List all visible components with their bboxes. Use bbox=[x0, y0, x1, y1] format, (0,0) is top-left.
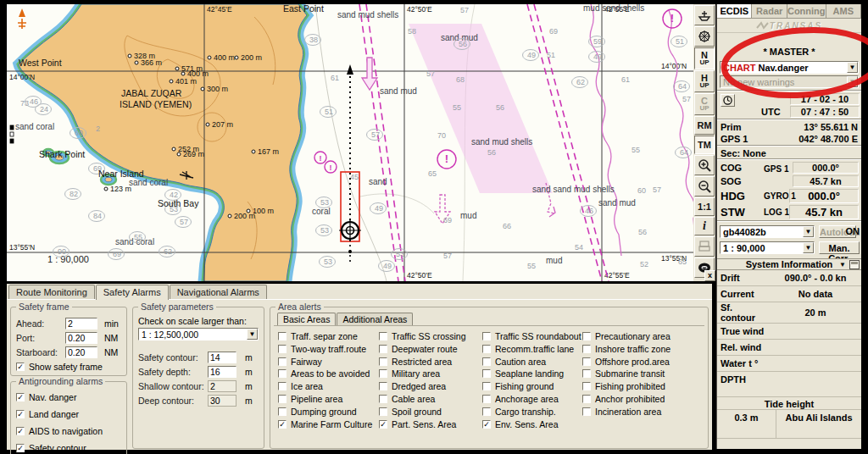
chevron-down-icon[interactable]: ▼ bbox=[847, 76, 858, 87]
checkbox[interactable] bbox=[582, 369, 591, 378]
area-alert-checkbox[interactable]: Traffic SS roundabout bbox=[482, 331, 581, 341]
field-input[interactable] bbox=[208, 395, 236, 407]
checkbox[interactable] bbox=[379, 407, 387, 416]
checkbox[interactable] bbox=[379, 332, 387, 340]
show-safety-frame-checkbox[interactable]: ✓Show safety frame bbox=[16, 362, 103, 372]
field-input[interactable] bbox=[208, 352, 236, 363]
area-alert-checkbox[interactable]: Recomm.traffic lane bbox=[482, 344, 574, 354]
tab-navigational-alarms[interactable]: Navigational Alarms bbox=[170, 285, 267, 299]
field-input[interactable] bbox=[208, 380, 236, 392]
area-alert-checkbox[interactable]: Dumping ground bbox=[278, 407, 357, 417]
checkbox[interactable] bbox=[582, 345, 591, 353]
head-up-button[interactable]: HUP bbox=[694, 70, 715, 92]
checkbox[interactable] bbox=[278, 369, 287, 378]
area-alert-checkbox[interactable]: ✓Marine Farm Culture bbox=[278, 419, 372, 429]
checkbox[interactable] bbox=[278, 407, 287, 416]
checkbox[interactable] bbox=[582, 395, 591, 403]
area-alert-checkbox[interactable]: Traffic SS crossing bbox=[379, 331, 466, 341]
area-alert-checkbox[interactable]: Seaplane landing bbox=[482, 368, 564, 379]
zoom-out-button[interactable] bbox=[694, 176, 715, 197]
tab-basic-areas[interactable]: Basic Areas bbox=[277, 313, 336, 325]
checkbox[interactable] bbox=[482, 357, 491, 366]
checkbox[interactable] bbox=[482, 369, 491, 378]
chevron-down-icon[interactable]: ▼ bbox=[839, 261, 846, 269]
warnings-select[interactable]: No new warnings ▼ bbox=[720, 75, 859, 88]
area-alert-checkbox[interactable]: Fishing ground bbox=[482, 381, 554, 391]
print-icon[interactable] bbox=[694, 236, 715, 257]
checkbox[interactable] bbox=[379, 345, 387, 353]
wheel-icon[interactable] bbox=[694, 26, 715, 47]
checkbox[interactable] bbox=[278, 332, 287, 340]
area-alert-checkbox[interactable]: Offshore prod.area bbox=[582, 357, 670, 367]
chevron-down-icon[interactable]: ▼ bbox=[803, 242, 814, 253]
checkbox[interactable]: ✓ bbox=[16, 410, 25, 418]
area-alert-checkbox[interactable]: Pipeline area bbox=[278, 394, 342, 404]
checkbox[interactable]: ✓ bbox=[16, 393, 25, 401]
area-alert-checkbox[interactable]: Precautionary area bbox=[582, 331, 670, 341]
checkbox[interactable] bbox=[379, 357, 387, 366]
tab-ams[interactable]: AMS bbox=[826, 4, 861, 18]
area-alert-checkbox[interactable]: Fishing prohibited bbox=[582, 381, 665, 391]
checkbox[interactable]: ✓ bbox=[16, 427, 25, 435]
info-button[interactable]: i bbox=[694, 217, 715, 235]
checkbox[interactable] bbox=[582, 357, 591, 366]
area-alert-checkbox[interactable]: Inshore traffic zone bbox=[582, 344, 670, 354]
checkbox[interactable] bbox=[278, 382, 287, 390]
area-alert-checkbox[interactable]: Cable area bbox=[379, 394, 435, 404]
checkbox[interactable] bbox=[379, 382, 387, 390]
checkbox[interactable] bbox=[482, 345, 491, 353]
close-icon[interactable]: x bbox=[704, 270, 715, 281]
area-alert-checkbox[interactable]: Deepwater route bbox=[379, 344, 458, 354]
area-alert-checkbox[interactable]: Areas to be avoided bbox=[278, 368, 370, 379]
chevron-down-icon[interactable]: ▼ bbox=[247, 329, 258, 340]
scale-check-select[interactable]: 1 : 12,500,000 ▼ bbox=[138, 328, 259, 340]
checkbox[interactable] bbox=[482, 395, 491, 403]
chart-cell-select[interactable]: gb44082b ▼ bbox=[720, 225, 815, 238]
area-alert-checkbox[interactable]: Ice area bbox=[278, 381, 323, 391]
tab-safety-alarms[interactable]: Safety Alarms bbox=[96, 285, 169, 300]
area-alert-checkbox[interactable]: Incineration area bbox=[582, 407, 661, 417]
area-alert-checkbox[interactable]: Fairway bbox=[278, 357, 322, 367]
checkbox[interactable] bbox=[278, 345, 287, 353]
chart-mode-select[interactable]: CHART Nav.danger ▼ bbox=[720, 61, 859, 74]
antigrounding-safety-contour[interactable]: ✓Safety contour bbox=[16, 443, 86, 453]
course-up-button[interactable]: CUP bbox=[694, 93, 715, 115]
area-alert-checkbox[interactable]: Submarine transit bbox=[582, 368, 665, 379]
antigrounding-nav--danger[interactable]: ✓Nav. danger bbox=[16, 392, 76, 402]
checkbox[interactable]: ✓ bbox=[16, 363, 25, 371]
field-input[interactable] bbox=[65, 318, 97, 329]
checkbox[interactable] bbox=[482, 382, 491, 390]
system-information-header[interactable]: System Information ▼ bbox=[717, 258, 861, 270]
manual-correction-button[interactable]: Man. Corr. bbox=[819, 241, 860, 254]
area-alert-checkbox[interactable]: Caution area bbox=[482, 357, 546, 367]
area-alert-checkbox[interactable]: Spoil ground bbox=[379, 407, 442, 417]
chart-scale-select[interactable]: 1 : 90,000 ▼ bbox=[720, 241, 815, 254]
area-alert-checkbox[interactable]: Two-way traff.route bbox=[278, 344, 366, 354]
tab-ecdis[interactable]: ECDIS bbox=[717, 4, 752, 18]
checkbox[interactable] bbox=[278, 357, 287, 366]
area-alert-checkbox[interactable]: Anchorage area bbox=[482, 394, 559, 404]
checkbox[interactable] bbox=[379, 369, 387, 378]
area-alert-checkbox[interactable]: ✓Part. Sens. Area bbox=[379, 419, 456, 429]
area-alert-checkbox[interactable]: Dredged area bbox=[379, 381, 446, 391]
scale-1-1-button[interactable]: 1:1 bbox=[694, 197, 715, 216]
checkbox[interactable]: ✓ bbox=[278, 420, 287, 429]
tab-additional-areas[interactable]: Additional Areas bbox=[337, 313, 413, 325]
area-alert-checkbox[interactable]: ✓Env. Sens. Area bbox=[482, 419, 559, 429]
area-alert-checkbox[interactable]: Restricted area bbox=[379, 357, 452, 367]
checkbox[interactable] bbox=[379, 395, 387, 403]
window-icon[interactable] bbox=[849, 260, 860, 269]
field-input[interactable] bbox=[208, 366, 236, 378]
checkbox[interactable] bbox=[482, 407, 491, 416]
clock-icon[interactable] bbox=[721, 94, 735, 107]
checkbox[interactable] bbox=[278, 395, 287, 403]
chart-canvas[interactable]: 42°45'E42°50'E42°50'E42°55'E42°55'E14°00… bbox=[7, 4, 693, 281]
true-motion-button[interactable]: TM bbox=[694, 136, 715, 154]
north-up-button[interactable]: NUP bbox=[694, 47, 715, 69]
checkbox[interactable]: ✓ bbox=[16, 444, 25, 452]
checkbox[interactable]: ✓ bbox=[379, 420, 387, 429]
checkbox[interactable] bbox=[582, 407, 591, 416]
area-alert-checkbox[interactable]: Traff. separ zone bbox=[278, 331, 358, 341]
chevron-down-icon[interactable]: ▼ bbox=[847, 62, 858, 73]
area-alert-checkbox[interactable]: Military area bbox=[379, 368, 440, 379]
